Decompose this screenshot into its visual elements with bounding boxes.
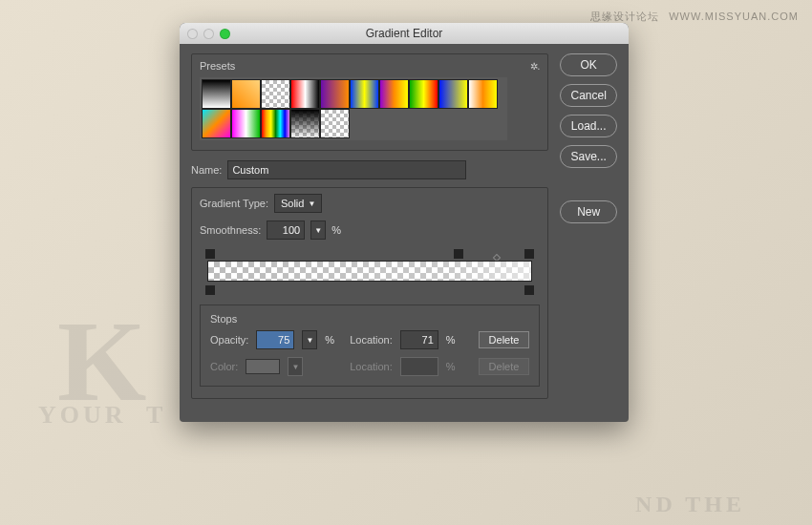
dialog-title: Gradient Editor xyxy=(180,27,629,40)
delete-color-stop-button: Delete xyxy=(479,358,530,375)
titlebar[interactable]: Gradient Editor xyxy=(180,23,629,44)
presets-label: Presets xyxy=(200,60,235,72)
color-stepper: ▼ xyxy=(288,357,303,376)
name-label: Name: xyxy=(191,164,222,176)
opacity-stop-left[interactable] xyxy=(205,249,215,259)
color-label: Color: xyxy=(210,361,238,372)
opacity-stepper[interactable]: ▼ xyxy=(302,330,317,349)
new-button[interactable]: New xyxy=(560,200,617,223)
preset-swatch[interactable] xyxy=(438,79,468,109)
color-stop-left[interactable] xyxy=(205,285,215,295)
color-location-label: Location: xyxy=(350,361,393,372)
preset-swatch[interactable] xyxy=(202,109,231,138)
gradient-type-select[interactable]: Solid▼ xyxy=(274,194,322,213)
smoothness-stepper[interactable]: ▼ xyxy=(310,220,326,240)
background-text-2: ND THE xyxy=(635,492,745,517)
preset-swatch[interactable] xyxy=(231,79,261,109)
smoothness-unit: % xyxy=(331,224,341,236)
opacity-label: Opacity: xyxy=(210,334,248,346)
opacity-location-input[interactable] xyxy=(400,330,438,349)
ok-button[interactable]: OK xyxy=(560,53,617,76)
preset-swatch[interactable] xyxy=(320,79,350,109)
presets-panel: Presets ✲. xyxy=(191,53,548,151)
color-swatch[interactable] xyxy=(246,359,280,374)
color-stop-right[interactable] xyxy=(524,285,534,295)
chevron-down-icon: ▼ xyxy=(308,200,315,208)
opacity-input[interactable] xyxy=(256,330,294,349)
preset-swatch[interactable] xyxy=(320,109,350,138)
background-tagline: YOUR T xyxy=(38,401,166,430)
name-input[interactable] xyxy=(227,160,466,179)
cancel-button[interactable]: Cancel xyxy=(560,84,617,107)
preset-swatch[interactable] xyxy=(261,109,290,138)
presets-grid xyxy=(200,77,507,140)
smoothness-input[interactable] xyxy=(267,220,305,240)
preset-swatch[interactable] xyxy=(261,79,290,109)
stops-panel: Stops Opacity: ▼ % Location: % D xyxy=(200,304,540,387)
gradient-editor-dialog: Gradient Editor Presets ✲. Name: Gradien… xyxy=(180,23,629,422)
preset-swatch[interactable] xyxy=(290,79,320,109)
gradient-type-label: Gradient Type: xyxy=(200,198,268,209)
smoothness-label: Smoothness: xyxy=(200,224,261,236)
stops-label: Stops xyxy=(210,313,529,325)
opacity-unit: % xyxy=(325,334,334,346)
preset-swatch[interactable] xyxy=(231,109,261,138)
preset-swatch[interactable] xyxy=(468,79,498,109)
preset-swatch[interactable] xyxy=(202,79,231,109)
preset-swatch[interactable] xyxy=(409,79,438,109)
color-location-input xyxy=(400,357,438,376)
gradient-ramp[interactable] xyxy=(200,247,540,295)
presets-menu-icon[interactable]: ✲. xyxy=(530,61,541,72)
preset-swatch[interactable] xyxy=(350,79,379,109)
preset-swatch[interactable] xyxy=(290,109,320,138)
opacity-stop-mid[interactable] xyxy=(454,249,463,259)
load-button[interactable]: Load... xyxy=(560,115,617,137)
save-button[interactable]: Save... xyxy=(560,145,617,168)
preset-swatch[interactable] xyxy=(379,79,409,109)
color-location-unit: % xyxy=(446,361,456,372)
opacity-location-unit: % xyxy=(446,334,456,346)
gradient-bar[interactable] xyxy=(207,261,532,282)
opacity-stop-right[interactable] xyxy=(524,249,534,259)
delete-opacity-stop-button[interactable]: Delete xyxy=(479,331,530,348)
page-watermark: 思缘设计论坛WWW.MISSYUAN.COM xyxy=(590,10,799,24)
opacity-location-label: Location: xyxy=(350,334,393,346)
